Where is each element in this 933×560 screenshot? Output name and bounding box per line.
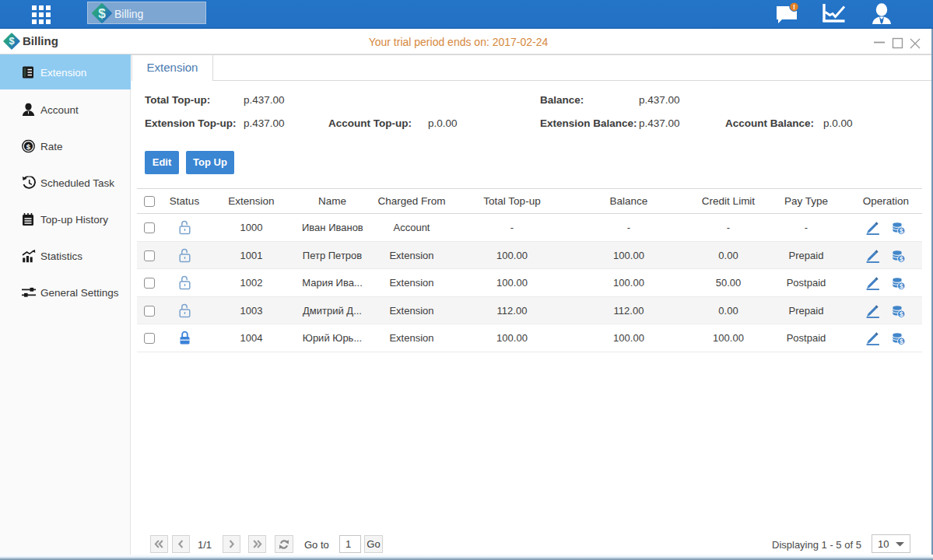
svg-text:$: $ [899,282,903,290]
svg-text:$: $ [26,142,31,150]
svg-text:$: $ [899,338,903,345]
svg-text:!: ! [793,3,795,11]
svg-text:$: $ [899,254,903,262]
svg-text:$: $ [98,6,106,21]
svg-text:$: $ [899,310,903,317]
svg-text:$: $ [899,227,903,235]
